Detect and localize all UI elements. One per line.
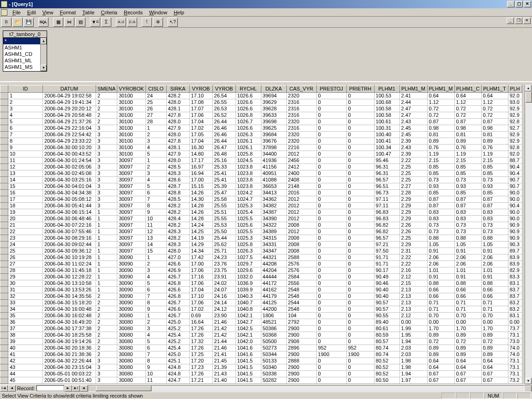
cell[interactable]: 90.9 (508, 235, 522, 242)
column-header[interactable]: DATUM (43, 85, 96, 93)
cell[interactable]: 30100 (117, 145, 145, 151)
cell[interactable]: 80.74 (374, 345, 399, 351)
cell[interactable]: 2216 (286, 145, 316, 151)
cell[interactable]: 3 (96, 364, 117, 371)
next-record-button[interactable]: ► (64, 385, 72, 392)
cell[interactable]: 90.9 (508, 222, 522, 229)
cell[interactable]: 1040.8 (236, 306, 261, 313)
cell[interactable]: 2320 (286, 93, 316, 99)
row-header[interactable] (0, 351, 8, 358)
cell[interactable]: 0.00 (508, 319, 522, 326)
cell[interactable]: 0.89 (427, 332, 454, 339)
prev-record-button[interactable]: ◄ (8, 385, 16, 392)
cell[interactable]: 30097 (117, 164, 145, 170)
cell[interactable]: 9 (145, 364, 166, 371)
cell[interactable]: 36 (8, 319, 43, 326)
table-row[interactable]: 252006-04-30 09:36:1213009715428.014.342… (0, 248, 522, 254)
cell[interactable]: 1 (96, 235, 117, 242)
cell[interactable]: 97.50 (374, 248, 399, 254)
cell[interactable]: 1 (96, 229, 117, 235)
cell[interactable]: 34387 (261, 209, 286, 216)
cell[interactable]: 2.25 (399, 164, 427, 170)
cell[interactable]: 0 (346, 248, 374, 254)
cell[interactable]: 428.3 (166, 229, 189, 235)
cell[interactable]: 82.9 (508, 267, 522, 274)
column-header[interactable]: PLHM1_M (399, 85, 427, 93)
cell[interactable]: 425.0 (166, 319, 189, 326)
cell[interactable]: 1026.6 (236, 106, 261, 112)
cell[interactable]: 2006-04-30 16:00:48 (43, 306, 96, 313)
cell[interactable]: 0.71 (454, 300, 481, 306)
cell[interactable]: 2006-04-30 13:10:58 (43, 280, 96, 287)
cell[interactable]: 2006-04-30 19:14:26 (43, 339, 96, 345)
cell[interactable]: 1 (96, 267, 117, 274)
cell[interactable]: 42 (8, 358, 43, 364)
cell[interactable]: 2316 (286, 125, 316, 132)
cell[interactable]: 1042.1 (236, 332, 261, 339)
cell[interactable]: 21.42 (212, 326, 236, 332)
cell[interactable]: 17.20 (189, 358, 212, 364)
cell[interactable]: 0 (346, 138, 374, 145)
cell[interactable]: 1024.7 (236, 196, 261, 203)
cell[interactable]: 10 (145, 371, 166, 377)
cell[interactable]: 0.98 (454, 125, 481, 132)
menu-window[interactable]: Window (146, 9, 170, 16)
cell[interactable]: 25.53 (212, 222, 236, 229)
cell[interactable]: 1025.5 (236, 229, 261, 235)
cell[interactable]: 1 (96, 242, 117, 248)
cell[interactable]: 0.85 (481, 164, 508, 170)
cell[interactable]: 1041.6 (236, 345, 261, 351)
cell[interactable]: 30080 (117, 364, 145, 371)
cell[interactable]: 17.23 (189, 364, 212, 371)
cell[interactable]: 50133 (261, 358, 286, 364)
cell[interactable]: 92.9 (508, 138, 522, 145)
cell[interactable]: 30090 (117, 267, 145, 274)
column-header[interactable]: PLHM1_T (481, 85, 508, 93)
cell[interactable]: 0.85 (454, 164, 481, 170)
cell[interactable]: 16.64 (189, 319, 212, 326)
cell[interactable]: 2012 (286, 216, 316, 222)
cell[interactable]: 2.26 (399, 229, 427, 235)
cell[interactable]: 80.61 (374, 326, 399, 332)
totals-icon[interactable]: Σ (101, 18, 111, 27)
cell[interactable]: 1042.0 (236, 339, 261, 345)
cell[interactable]: 2006-04-30 09:36:12 (43, 248, 96, 254)
cell[interactable]: 428.0 (166, 248, 189, 254)
cell[interactable]: 30080 (117, 377, 145, 384)
cell[interactable]: 0.89 (481, 332, 508, 339)
cell[interactable]: 4 (145, 332, 166, 339)
cell[interactable]: 2148 (286, 183, 316, 190)
cell[interactable]: 24.23 (212, 254, 236, 261)
cell[interactable]: 14.26 (189, 209, 212, 216)
cell[interactable]: 2576 (286, 267, 316, 274)
cell[interactable]: 104 (286, 313, 316, 319)
cell[interactable]: 90.7 (508, 183, 522, 190)
cell[interactable]: 30100 (117, 138, 145, 145)
cell[interactable]: 39625 (261, 125, 286, 132)
cell[interactable]: 17.05 (189, 132, 212, 138)
cell[interactable]: 0 (346, 112, 374, 119)
cell[interactable]: 0 (346, 377, 374, 384)
row-header[interactable] (0, 190, 8, 196)
column-header[interactable]: VYROBOK (117, 85, 145, 93)
cell[interactable]: 41 (8, 351, 43, 358)
cell[interactable]: 2900 (286, 326, 316, 332)
cell[interactable]: 17.06 (189, 267, 212, 274)
properties-icon[interactable]: ✲ (153, 18, 163, 27)
cell[interactable]: 35 (8, 313, 43, 319)
cell[interactable]: 83.7 (508, 293, 522, 300)
field-list-scrollbar[interactable]: ▲ ▼ (40, 38, 47, 71)
column-header[interactable]: PLHM1_M (427, 85, 454, 93)
cell[interactable]: 0.64 (454, 358, 481, 364)
table-row[interactable]: 152006-04-30 04:01:043300975428.715.1525… (0, 183, 522, 190)
cell[interactable]: 1 (96, 209, 117, 216)
row-header[interactable] (0, 209, 8, 216)
cell[interactable]: 1.98 (399, 364, 427, 371)
cell[interactable]: 40 (8, 345, 43, 351)
cell[interactable]: 1 (96, 248, 117, 254)
cell[interactable]: 29 (8, 274, 43, 280)
cell[interactable]: 30100 (117, 119, 145, 125)
cell[interactable]: 425.1 (166, 358, 189, 364)
cell[interactable]: 1.94 (399, 339, 427, 345)
cell[interactable]: 2.16 (399, 267, 427, 274)
